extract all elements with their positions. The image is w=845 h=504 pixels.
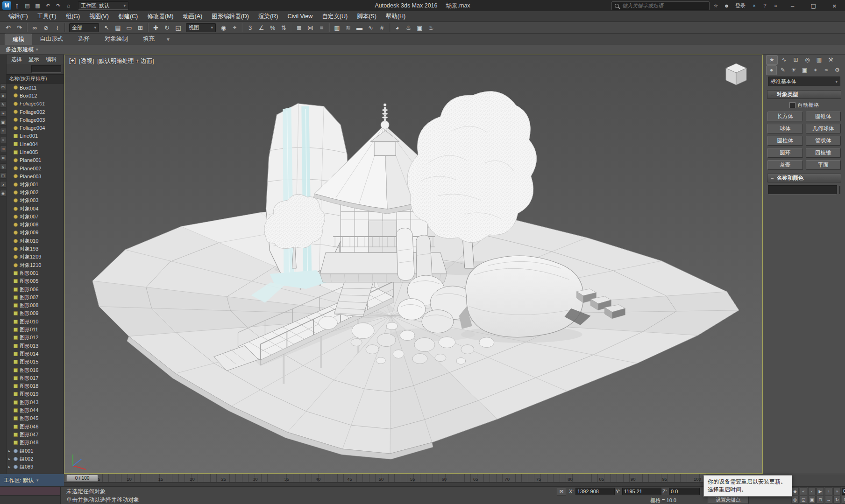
list-item[interactable]: 图形006: [7, 285, 64, 293]
expand-arrow-icon[interactable]: [8, 465, 12, 469]
tab-create-icon[interactable]: ★: [766, 55, 778, 65]
viewport-menu-general[interactable]: [+]: [69, 57, 76, 65]
go-to-end-icon[interactable]: »: [833, 487, 841, 495]
list-item[interactable]: Foliage003: [7, 116, 64, 124]
tab-motion-icon[interactable]: ◎: [802, 56, 813, 64]
application-menu-button[interactable]: M: [2, 1, 11, 10]
maxscript-mini-listener[interactable]: [0, 496, 61, 504]
list-item[interactable]: 对象007: [7, 213, 64, 221]
viewport-canvas[interactable]: [64, 55, 762, 473]
use-pivot-center-icon[interactable]: ◉: [218, 23, 229, 33]
menu-item[interactable]: 创建(C): [114, 11, 142, 22]
primitive-button[interactable]: 球体: [767, 124, 803, 133]
primitive-button[interactable]: 圆环: [767, 148, 803, 158]
minimize-button[interactable]: –: [782, 0, 803, 11]
menu-item[interactable]: Civil View: [283, 11, 317, 22]
select-and-rotate-icon[interactable]: ↻: [162, 23, 172, 33]
object-name-field[interactable]: [768, 185, 837, 195]
primitive-button[interactable]: 几何球体: [806, 124, 841, 133]
explorer-display-all-icon[interactable]: ▭: [0, 84, 7, 90]
reference-coordinate-dropdown[interactable]: 视图: [186, 23, 216, 32]
category-space-warps-icon[interactable]: ≈: [821, 66, 831, 75]
list-item[interactable]: 组001: [7, 447, 64, 455]
explorer-search-input[interactable]: [31, 65, 61, 73]
y-coordinate-field[interactable]: [622, 488, 661, 495]
menu-item[interactable]: 视图(V): [85, 11, 114, 22]
open-file-icon[interactable]: ▤: [23, 1, 32, 10]
list-item[interactable]: 图形015: [7, 358, 64, 366]
scene-explorer-toggle-icon[interactable]: ▥: [332, 23, 342, 33]
tab-utilities-icon[interactable]: ⚒: [825, 56, 836, 64]
explorer-display-shapes-icon[interactable]: ✎: [0, 101, 7, 108]
primitive-button[interactable]: 圆锥体: [806, 112, 841, 121]
list-item[interactable]: Foliage004: [7, 124, 64, 132]
list-item[interactable]: Plane003: [7, 172, 64, 180]
viewport-menu-view[interactable]: [透视]: [79, 57, 94, 65]
ribbon-tab-modeling[interactable]: 建模: [5, 34, 32, 45]
list-item[interactable]: Foliage001: [7, 100, 64, 108]
explorer-menu[interactable]: 编辑: [43, 56, 59, 63]
curve-editor-icon[interactable]: ∿: [365, 23, 376, 33]
maximize-viewport-icon[interactable]: ⊞: [842, 496, 845, 504]
list-item[interactable]: 对象1210: [7, 261, 64, 269]
explorer-menu[interactable]: 选择: [8, 56, 25, 63]
orbit-icon[interactable]: ↻: [833, 496, 841, 504]
project-home-icon[interactable]: ⌂: [64, 1, 73, 10]
menu-item[interactable]: 编辑(E): [4, 11, 33, 22]
snaps-toggle-3d-icon[interactable]: 3: [245, 23, 256, 33]
list-item[interactable]: Line005: [7, 148, 64, 156]
menu-item[interactable]: 图形编辑器(D): [207, 11, 254, 22]
ribbon-section-polygon-modeling[interactable]: 多边形建模▾: [6, 46, 38, 54]
select-object-icon[interactable]: ↖: [101, 23, 112, 33]
list-item[interactable]: Line001: [7, 132, 64, 140]
primitive-button[interactable]: 平面: [806, 160, 841, 170]
menu-item[interactable]: 渲染(R): [254, 11, 283, 22]
rendered-frame-icon[interactable]: ▣: [414, 23, 425, 33]
list-item[interactable]: 图形010: [7, 318, 64, 326]
menu-item[interactable]: 工具(T): [33, 11, 61, 22]
menu-item[interactable]: 帮助(H): [381, 11, 410, 22]
category-cameras-icon[interactable]: ▣: [800, 66, 809, 75]
category-lights-icon[interactable]: ☀: [789, 66, 799, 75]
pan-view-icon[interactable]: ↔: [825, 496, 832, 504]
menu-item[interactable]: 动画(A): [178, 11, 207, 22]
schematic-view-icon[interactable]: #: [376, 23, 387, 33]
ribbon-collapse-icon[interactable]: ▼: [166, 34, 170, 45]
tab-modify-icon[interactable]: ∿: [779, 56, 789, 64]
selection-filter-dropdown[interactable]: 全部: [69, 23, 99, 32]
ribbon-tab-freeform[interactable]: 自由形式: [32, 34, 71, 44]
x-coordinate-field[interactable]: [575, 488, 615, 495]
select-by-name-icon[interactable]: ▤: [113, 23, 123, 33]
explorer-pin-icon[interactable]: ◉: [0, 190, 7, 196]
set-key-button[interactable]: 设置关键点: [708, 496, 749, 504]
workspace-footer[interactable]: 工作区: 默认 ▾: [0, 474, 64, 486]
render-production-icon[interactable]: ♨: [426, 23, 436, 33]
select-and-scale-icon[interactable]: ◱: [173, 23, 184, 33]
list-item[interactable]: 组089: [7, 463, 64, 471]
render-setup-icon[interactable]: ♨: [403, 23, 414, 33]
explorer-display-bones-icon[interactable]: §: [0, 163, 7, 170]
tab-hierarchy-icon[interactable]: ⊞: [790, 56, 801, 64]
redo-icon[interactable]: ↷: [14, 23, 25, 33]
list-item[interactable]: Line004: [7, 140, 64, 148]
list-item[interactable]: 图形047: [7, 431, 64, 439]
list-item[interactable]: 对象009: [7, 229, 64, 237]
list-item[interactable]: 图形045: [7, 414, 64, 422]
overflow-chevron-icon[interactable]: »: [771, 1, 780, 10]
ribbon-tab-populate[interactable]: 填充: [135, 34, 162, 44]
explorer-display-spacewarps-icon[interactable]: ≈: [0, 137, 7, 143]
explorer-menu[interactable]: 显示: [26, 56, 42, 63]
exchange-apps-icon[interactable]: ×: [750, 1, 759, 10]
list-item[interactable]: 图形011: [7, 326, 64, 334]
signin-button[interactable]: 登录: [733, 1, 748, 10]
new-scene-icon[interactable]: ▯: [13, 1, 21, 10]
signin-user-icon[interactable]: ☻: [722, 1, 731, 10]
list-item[interactable]: 图形001: [7, 269, 64, 277]
named-selection-sets-icon[interactable]: ≣: [294, 23, 305, 33]
toolbar-icon[interactable]: [291, 23, 292, 32]
help-icon[interactable]: ?: [760, 1, 769, 10]
primitive-button[interactable]: 圆柱体: [767, 136, 803, 146]
redo-icon[interactable]: ↷: [54, 1, 63, 10]
category-systems-icon[interactable]: ⚙: [832, 66, 842, 75]
mirror-icon[interactable]: ⋈: [305, 23, 316, 33]
